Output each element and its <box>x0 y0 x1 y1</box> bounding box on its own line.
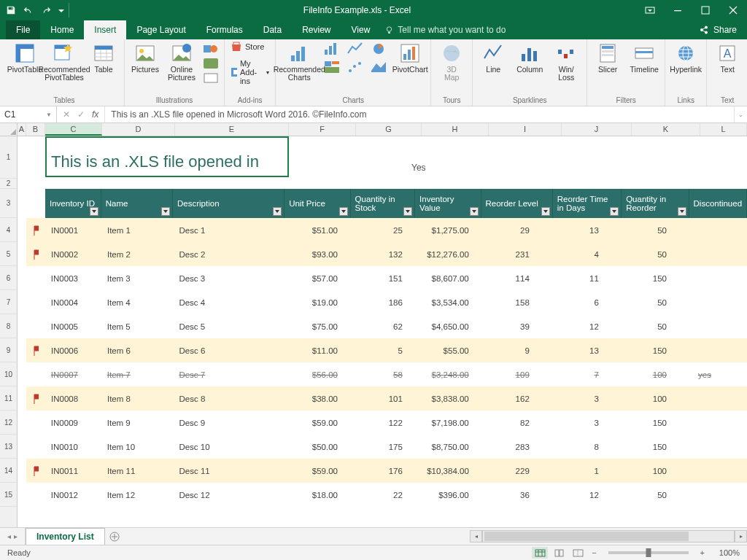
formula-input[interactable]: This is an .XLS file opened in Microsoft… <box>105 106 734 122</box>
cell-reorder-days[interactable]: 7 <box>555 370 624 379</box>
cell-description[interactable]: Desc 12 <box>173 491 285 499</box>
filter-arrow-icon[interactable] <box>339 207 348 216</box>
col-e[interactable]: E <box>175 123 289 136</box>
tab-formulas[interactable]: Formulas <box>196 20 253 39</box>
cells[interactable]: This is an .XLS file opened in Yes Inven… <box>18 136 747 529</box>
cell-unit-price[interactable]: $56.00 <box>285 370 352 379</box>
sparkline-line-button[interactable]: Line <box>479 42 508 74</box>
undo-icon[interactable] <box>23 5 34 15</box>
cell-reorder-level[interactable]: 9 <box>483 346 555 355</box>
row-header[interactable]: 1 <box>0 136 17 179</box>
cell-name[interactable]: Item 1 <box>101 226 174 235</box>
cell-unit-price[interactable]: $50.00 <box>285 443 352 451</box>
view-page-break-icon[interactable] <box>570 547 586 559</box>
row-header[interactable]: 8 <box>0 314 17 338</box>
cell-qty-reorder[interactable]: 100 <box>624 467 692 475</box>
cell-inventory-id[interactable]: IN0002 <box>45 250 101 259</box>
horizontal-scrollbar[interactable]: ◂ ▸ <box>470 528 747 545</box>
line-chart-icon[interactable] <box>347 42 363 55</box>
th-qty-stock[interactable]: Quantity in Stock <box>351 189 415 218</box>
cell-reorder-days[interactable]: 11 <box>555 274 624 283</box>
shapes-icon[interactable] <box>204 44 218 54</box>
cell-qty-reorder[interactable]: 50 <box>624 226 692 235</box>
cell-qty-stock[interactable]: 175 <box>352 443 417 451</box>
cell-qty-stock[interactable]: 186 <box>352 298 417 307</box>
table-row[interactable]: IN0001Item 1Desc 1$51.0025$1,275.0029135… <box>26 218 747 242</box>
surface-chart-icon[interactable] <box>371 61 387 74</box>
cell-reorder-level[interactable]: 158 <box>483 298 555 307</box>
cell-qty-reorder[interactable]: 150 <box>624 419 692 427</box>
table-row[interactable]: IN0010Item 10Desc 10$50.00175$8,750.0028… <box>26 435 747 459</box>
cell-description[interactable]: Desc 11 <box>174 467 286 475</box>
cell-qty-reorder[interactable]: 150 <box>624 443 692 451</box>
row-headers[interactable]: 123456789101112131415 <box>0 136 18 529</box>
th-unit-price[interactable]: Unit Price <box>285 189 350 218</box>
col-i[interactable]: I <box>489 123 562 136</box>
cell-reorder-days[interactable]: 12 <box>555 322 624 331</box>
col-j[interactable]: J <box>562 123 632 136</box>
recommended-pivottables-button[interactable]: Recommended PivotTables <box>47 42 82 82</box>
cell-name[interactable]: Item 4 <box>101 298 174 307</box>
cell-qty-reorder[interactable]: 50 <box>624 322 692 331</box>
th-qty-reorder[interactable]: Quantity in Reorder <box>622 189 689 218</box>
th-name[interactable]: Name <box>101 189 173 218</box>
cell-inventory-value[interactable]: $3,534.00 <box>417 298 483 307</box>
cell-qty-stock[interactable]: 176 <box>352 467 417 475</box>
close-icon[interactable] <box>728 5 738 15</box>
redo-icon[interactable] <box>41 5 51 15</box>
row-header[interactable]: 12 <box>0 411 17 435</box>
col-d[interactable]: D <box>102 123 175 136</box>
cell-description[interactable]: Desc 2 <box>174 250 286 259</box>
title-cell[interactable]: This is an .XLS file opened in <box>45 136 289 177</box>
th-reorder-level[interactable]: Reorder Level <box>481 189 553 218</box>
cell-unit-price[interactable]: $57.00 <box>285 274 352 283</box>
view-normal-icon[interactable] <box>532 547 548 559</box>
cell-reorder-level[interactable]: 36 <box>483 491 555 499</box>
cell-reorder-days[interactable]: 12 <box>555 491 624 499</box>
cell-name[interactable]: Item 3 <box>101 274 174 283</box>
qat-dropdown-icon[interactable] <box>58 5 64 15</box>
table-button[interactable]: Table <box>89 42 118 74</box>
online-pictures-button[interactable]: Online Pictures <box>167 42 196 82</box>
cell-name[interactable]: Item 9 <box>101 419 174 427</box>
cell-description[interactable]: Desc 9 <box>173 419 285 427</box>
cell-reorder-level[interactable]: 231 <box>483 250 555 259</box>
cell-reorder-days[interactable]: 4 <box>555 250 624 259</box>
cell-reorder-level[interactable]: 39 <box>483 322 555 331</box>
cell-reorder-level[interactable]: 82 <box>483 419 555 427</box>
maximize-icon[interactable] <box>700 5 711 15</box>
cell-inventory-value[interactable]: $8,750.00 <box>417 443 483 451</box>
filter-arrow-icon[interactable] <box>610 207 619 216</box>
cell-unit-price[interactable]: $59.00 <box>285 419 352 427</box>
cell-reorder-days[interactable]: 8 <box>555 443 624 451</box>
cell-name[interactable]: Item 8 <box>101 394 174 403</box>
col-g[interactable]: G <box>356 123 422 136</box>
th-description[interactable]: Description <box>173 189 285 218</box>
scroll-left-icon[interactable]: ◂ <box>470 530 482 542</box>
cell-name[interactable]: Item 6 <box>101 346 174 355</box>
cell-inventory-id[interactable]: IN0005 <box>45 322 101 331</box>
worksheet-grid[interactable]: A B C D E F G H I J K L 1234567891011121… <box>0 123 747 529</box>
tab-review[interactable]: Review <box>292 20 341 39</box>
cell-reorder-days[interactable]: 13 <box>555 346 624 355</box>
zoom-percent[interactable]: 100% <box>711 548 740 557</box>
cell-reorder-level[interactable]: 229 <box>483 467 555 475</box>
cell-qty-reorder[interactable]: 50 <box>624 250 692 259</box>
ribbon-display-options-icon[interactable] <box>645 5 655 15</box>
cell-reorder-level[interactable]: 114 <box>483 274 555 283</box>
cell-qty-stock[interactable]: 151 <box>352 274 417 283</box>
timeline-button[interactable]: Timeline <box>630 42 659 74</box>
smartart-icon[interactable] <box>204 58 218 69</box>
cell-name[interactable]: Item 2 <box>101 250 174 259</box>
cell-inventory-value[interactable]: $12,276.00 <box>417 250 483 259</box>
cell-unit-price[interactable]: $11.00 <box>285 346 352 355</box>
row-header[interactable]: 9 <box>0 338 17 362</box>
cell-description[interactable]: Desc 7 <box>173 370 285 379</box>
chart-type-gallery[interactable] <box>324 42 388 77</box>
tab-insert[interactable]: Insert <box>84 20 126 39</box>
select-all-button[interactable] <box>0 123 18 136</box>
column-headers[interactable]: A B C D E F G H I J K L <box>18 123 747 136</box>
hyperlink-button[interactable]: Hyperlink <box>671 42 700 74</box>
th-discontinued[interactable]: Discontinued <box>689 189 747 218</box>
cell-unit-price[interactable]: $59.00 <box>285 467 352 475</box>
